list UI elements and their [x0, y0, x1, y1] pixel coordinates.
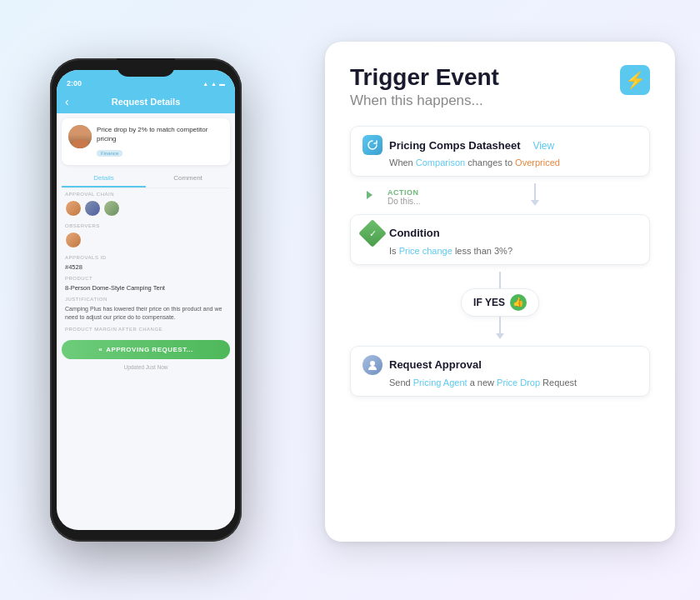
workflow-panel: Trigger Event When this happens... ⚡: [325, 42, 675, 542]
if-yes-label: IF YES: [473, 297, 505, 308]
wifi-icon: ▲: [202, 81, 208, 87]
finance-badge: Finance: [97, 150, 122, 157]
trigger-card-icon: [362, 135, 382, 155]
connector-line-1: [534, 183, 536, 200]
condition-desc-value: 3%?: [494, 246, 512, 256]
condition-card[interactable]: ✓ Condition Is Price change less than 3%…: [350, 214, 650, 265]
status-time: 2:00: [67, 79, 82, 88]
trigger-desc-when: When: [389, 158, 413, 168]
phone-notch: [117, 58, 175, 77]
approval-card-desc: Send Pricing Agent a new Price Drop Requ…: [362, 378, 638, 388]
action-label-desc: Do this...: [388, 197, 420, 206]
request-card: Price drop by 2% to match competitor pri…: [62, 118, 230, 165]
justification-text: Camping Plus has lowered their price on …: [57, 303, 235, 323]
approval-card[interactable]: Request Approval Send Pricing Agent a ne…: [350, 346, 650, 397]
trigger-card-title-group: Pricing Comps Datasheet View: [389, 138, 554, 152]
approval-chain-label: APPROVAL CHAIN: [57, 188, 235, 198]
thumbs-up-emoji: 👍: [512, 297, 524, 308]
phone-header: ‹ Request Details: [57, 93, 235, 113]
approvals-id-field: #4528: [57, 262, 235, 272]
product-value: 8-Person Dome-Style Camping Tent: [65, 284, 227, 292]
connector-line-2: [499, 272, 501, 288]
request-info: Price drop by 2% to match competitor pri…: [97, 125, 223, 158]
workflow-flow: Pricing Comps Datasheet View When Compar…: [350, 126, 650, 397]
condition-desc-less-than: less than: [455, 246, 492, 256]
workflow-title-group: Trigger Event When this happens...: [350, 65, 499, 109]
product-field: 8-Person Dome-Style Camping Tent: [57, 282, 235, 293]
approval-card-title: Request Approval: [389, 358, 482, 371]
lightning-icon: ⚡: [620, 65, 650, 95]
avatar: [68, 125, 92, 148]
trigger-card-title: Pricing Comps Datasheet: [389, 139, 521, 152]
observer-avatar-1: [65, 232, 82, 248]
back-button[interactable]: ‹: [65, 95, 69, 108]
workflow-header: Trigger Event When this happens... ⚡: [350, 65, 650, 109]
phone-mockup: 2:00 ▲ ▲ ▬ ‹ Request Details Price drop …: [50, 58, 242, 542]
approval-desc-agent: Pricing Agent: [413, 378, 468, 388]
approver-avatar-2: [84, 200, 101, 217]
trigger-card-link[interactable]: View: [532, 140, 554, 152]
approval-desc-price-drop: Price Drop: [497, 378, 540, 388]
workflow-title: Trigger Event: [350, 65, 499, 91]
svg-point-0: [370, 361, 375, 366]
condition-card-title: Condition: [389, 227, 440, 239]
if-yes-badge: IF YES 👍: [461, 288, 539, 317]
phone-screen: 2:00 ▲ ▲ ▬ ‹ Request Details Price drop …: [57, 70, 235, 530]
action-arrow: [367, 191, 372, 199]
trigger-desc-overpriced: Overpriced: [515, 158, 560, 168]
updated-text: Updated Just Now: [57, 362, 235, 373]
observers: [57, 230, 235, 252]
trigger-card-desc: When Comparison changes to Overpriced: [362, 158, 638, 168]
request-text: Price drop by 2% to match competitor pri…: [97, 125, 223, 143]
signal-icon: ▲: [211, 81, 217, 87]
observers-label: OBSERVERS: [57, 220, 235, 230]
condition-desc-is: Is: [389, 246, 397, 256]
approver-avatar-1: [65, 200, 82, 217]
approvals-id-value: #4528: [65, 263, 227, 271]
product-label: PRODUCT: [57, 272, 235, 282]
approval-chain: [57, 198, 235, 220]
condition-card-header: ✓ Condition: [362, 223, 638, 243]
approval-icon: [362, 355, 382, 375]
approval-desc-middle: a new: [470, 378, 494, 388]
thumbs-up-icon: 👍: [510, 294, 527, 311]
tab-details[interactable]: Details: [62, 170, 146, 188]
approving-button[interactable]: « APPROVING REQUEST...: [62, 340, 230, 359]
condition-icon: ✓: [358, 219, 387, 248]
approval-card-header: Request Approval: [362, 355, 638, 375]
action-label-text: ACTION: [388, 188, 420, 197]
connector-line-3: [499, 317, 501, 333]
lightning-symbol: ⚡: [625, 70, 646, 90]
phone-tabs: Details Comment: [62, 170, 230, 188]
trigger-card[interactable]: Pricing Comps Datasheet View When Compar…: [350, 126, 650, 177]
workflow-subtitle: When this happens...: [350, 92, 499, 109]
trigger-desc-middle: changes to: [468, 158, 512, 168]
header-title: Request Details: [112, 97, 181, 107]
trigger-desc-comparison: Comparison: [416, 158, 465, 168]
justification-label: JUSTIFICATION: [57, 293, 235, 303]
button-label: APPROVING REQUEST...: [106, 346, 193, 353]
condition-check: ✓: [369, 228, 377, 238]
connector-arrow-1: [531, 200, 539, 206]
trigger-card-header: Pricing Comps Datasheet View: [362, 135, 638, 155]
action-label: ACTION Do this...: [379, 185, 420, 206]
approval-desc-end: Request: [542, 378, 577, 388]
approval-desc-send: Send: [389, 378, 411, 388]
status-icons: ▲ ▲ ▬: [202, 81, 225, 87]
condition-desc-price: Price change: [399, 246, 452, 256]
approver-avatar-3: [103, 200, 120, 217]
action-connector: ACTION Do this...: [350, 185, 420, 206]
if-yes-connector: IF YES 👍: [461, 272, 539, 339]
margin-label: PRODUCT MARGIN AFTER CHANGE: [57, 323, 235, 333]
condition-card-desc: Is Price change less than 3%?: [362, 246, 638, 256]
approvals-id-label: APPROVALS ID: [57, 252, 235, 262]
tab-comment[interactable]: Comment: [146, 170, 230, 188]
connector-arrow-2: [496, 333, 504, 339]
button-prefix: «: [98, 346, 102, 353]
battery-icon: ▬: [219, 81, 225, 87]
